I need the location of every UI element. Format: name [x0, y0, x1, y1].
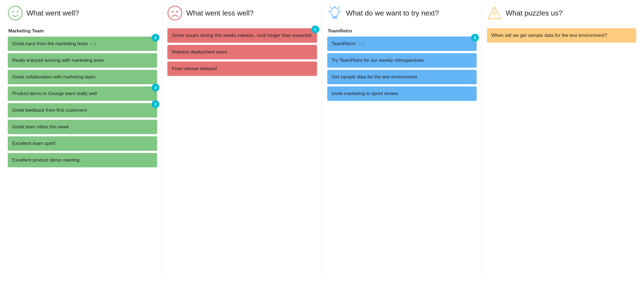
card-text: Excellent team spirit!: [12, 140, 56, 147]
list-item[interactable]: Try TeamRetro for our weekly retrospecti…: [327, 53, 477, 68]
card-text: Great input from the marketing team: [12, 40, 88, 47]
list-item[interactable]: Great input from the marketing team☺2: [8, 37, 157, 51]
svg-point-3: [168, 6, 182, 20]
column-try-next: What do we want to try next?TeamRetroTea…: [322, 6, 482, 275]
list-item[interactable]: Great collaboration with marketing team: [8, 70, 157, 84]
column-title-went-well: What went well?: [27, 9, 79, 17]
column-went-less-well: What went less well?Some issues during t…: [162, 6, 322, 275]
vote-badge: 2: [152, 34, 159, 42]
list-item[interactable]: Invite marketing to sprint review: [327, 86, 477, 101]
card-wrapper: Great input from the marketing team☺22: [8, 37, 157, 51]
card-text: Final release delayed: [172, 65, 217, 72]
card-wrapper: Try TeamRetro for our weekly retrospecti…: [327, 53, 477, 68]
card-text: Really enjoyed working with marketing te…: [12, 57, 104, 64]
column-title-went-less-well: What went less well?: [186, 9, 254, 17]
card-text: TeamRetro!: [332, 40, 356, 47]
card-text: Great feedback from first customers: [12, 107, 87, 114]
list-item[interactable]: Great team vibes this week: [8, 120, 157, 134]
svg-point-0: [8, 6, 22, 20]
card-wrapper: Some issues during this weeks release...…: [167, 28, 317, 43]
card-wrapper: Product demo to George went really well2: [8, 86, 157, 101]
svg-point-2: [17, 11, 18, 12]
list-item[interactable]: Release deployment woes: [167, 45, 317, 59]
column-header-puzzles: What puzzles us?: [487, 6, 636, 21]
card-wrapper: Final release delayed: [167, 62, 317, 76]
list-item[interactable]: Excellent team spirit!: [8, 136, 157, 151]
card-wrapper: Get sample data for the test environment: [327, 70, 477, 84]
vote-badge: 2: [152, 84, 159, 91]
column-header-try-next: What do we want to try next?: [327, 6, 477, 21]
svg-point-14: [494, 16, 495, 17]
column-went-well: What went well?Marketing TeamGreat input…: [3, 6, 162, 275]
section-label-try-next-0: TeamRetro: [327, 28, 477, 34]
card-wrapper: Really enjoyed working with marketing te…: [8, 53, 157, 68]
list-item[interactable]: TeamRetro!☺1: [327, 37, 477, 51]
vote-icon: ☺: [357, 42, 361, 47]
vote-count: ☺2: [90, 42, 96, 47]
card-wrapper: TeamRetro!☺13: [327, 37, 477, 51]
card-text: Some issues during this weeks release...…: [172, 32, 311, 39]
list-item[interactable]: Product demo to George went really well: [8, 86, 157, 101]
column-puzzles: What puzzles us?When will we get sample …: [482, 6, 641, 275]
vote-badge: 3: [471, 34, 479, 42]
card-wrapper: Release deployment woes: [167, 45, 317, 59]
card-text: When will we get sample data for the tes…: [491, 32, 607, 39]
list-item[interactable]: Get sample data for the test environment: [327, 70, 477, 84]
list-item[interactable]: Some issues during this weeks release...…: [167, 28, 317, 43]
vote-badge: 1: [311, 25, 319, 33]
column-header-went-less-well: What went less well?: [167, 6, 317, 21]
vote-count: ☺1: [357, 42, 364, 47]
card-wrapper: Great feedback from first customers2: [8, 103, 157, 117]
section-label-went-well-0: Marketing Team: [8, 28, 157, 34]
vote-icon: ☺: [90, 42, 93, 47]
svg-point-1: [12, 11, 14, 12]
list-item[interactable]: When will we get sample data for the tes…: [487, 28, 636, 43]
card-text: Invite marketing to sprint review: [332, 90, 398, 97]
card-text: Great collaboration with marketing team: [12, 74, 95, 80]
svg-line-12: [339, 7, 339, 8]
column-header-went-well: What went well?: [8, 6, 157, 21]
card-text: Great team vibes this week: [12, 124, 69, 130]
list-item[interactable]: Final release delayed: [167, 62, 317, 76]
list-item[interactable]: Great feedback from first customers: [8, 103, 157, 117]
card-wrapper: Great collaboration with marketing team: [8, 70, 157, 84]
card-text: Try TeamRetro for our weekly retrospecti…: [332, 57, 424, 64]
card-wrapper: Excellent team spirit!: [8, 136, 157, 151]
svg-point-4: [172, 11, 173, 12]
sad-icon: [167, 6, 182, 21]
card-wrapper: Great team vibes this week: [8, 120, 157, 134]
vote-badge: 2: [152, 100, 159, 108]
card-text: Get sample data for the test environment: [332, 74, 417, 80]
list-item[interactable]: Really enjoyed working with marketing te…: [8, 53, 157, 68]
card-wrapper: Excellent product demo meeting: [8, 153, 157, 167]
card-wrapper: When will we get sample data for the tes…: [487, 28, 636, 43]
bulb-icon: [327, 6, 342, 21]
card-text: Excellent product demo meeting: [12, 157, 80, 164]
warning-icon: [487, 6, 502, 21]
svg-point-5: [176, 11, 178, 12]
svg-line-11: [330, 7, 331, 8]
smiley-icon: [8, 6, 23, 21]
card-wrapper: Invite marketing to sprint review: [327, 86, 477, 101]
list-item[interactable]: Excellent product demo meeting: [8, 153, 157, 167]
column-title-puzzles: What puzzles us?: [506, 9, 563, 17]
column-title-try-next: What do we want to try next?: [346, 9, 439, 17]
card-text: Release deployment woes: [172, 49, 227, 55]
card-text: Product demo to George went really well: [12, 90, 97, 97]
